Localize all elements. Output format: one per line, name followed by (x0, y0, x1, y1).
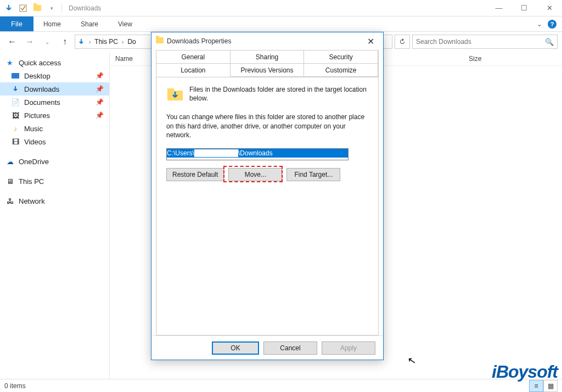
sidebar-item-label: Desktop (24, 72, 50, 80)
sidebar-item-downloads[interactable]: Downloads 📌 (0, 82, 109, 96)
app-arrow-icon (2, 2, 15, 15)
sidebar-item-documents[interactable]: 📄 Documents 📌 (0, 96, 109, 109)
dialog-body: Files in the Downloads folder are stored… (156, 77, 379, 335)
svg-rect-0 (20, 5, 26, 12)
tab-customize[interactable]: Customize (304, 63, 378, 77)
sidebar-label: Quick access (19, 59, 61, 67)
close-button[interactable]: ✕ (537, 0, 562, 16)
minimize-button[interactable]: — (486, 0, 512, 16)
sidebar-item-label: Music (24, 125, 43, 133)
sidebar-quick-access[interactable]: ★ Quick access (0, 56, 109, 69)
svg-rect-2 (167, 88, 174, 92)
window-title: Downloads (69, 4, 101, 12)
file-tab[interactable]: File (0, 16, 33, 31)
help-icon[interactable]: ? (548, 20, 557, 29)
pin-icon: 📌 (95, 72, 104, 80)
qa-properties-icon[interactable] (16, 2, 30, 15)
back-button[interactable]: ← (4, 34, 20, 49)
tab-view[interactable]: View (108, 16, 142, 31)
dialog-close-button[interactable]: ✕ (362, 36, 379, 47)
crumb-thispc[interactable]: This PC (94, 38, 118, 46)
search-icon: 🔍 (545, 38, 554, 46)
sidebar-label: This PC (19, 177, 44, 186)
find-target-button[interactable]: Find Target... (286, 168, 340, 181)
crumb-sep-icon: › (120, 39, 125, 45)
crumb-downloads[interactable]: Do (127, 38, 136, 46)
music-icon: ♪ (11, 124, 20, 133)
star-icon: ★ (5, 58, 14, 67)
pc-icon: 🖥 (5, 177, 14, 186)
pin-icon: 📌 (95, 85, 104, 93)
maximize-button[interactable]: ☐ (512, 0, 537, 16)
sidebar-label: OneDrive (19, 158, 49, 166)
dialog-title-text: Downloads Properties (167, 37, 231, 45)
sidebar-item-desktop[interactable]: Desktop 📌 (0, 69, 109, 82)
pin-icon: 📌 (95, 98, 104, 106)
search-box[interactable]: 🔍 (412, 35, 558, 49)
desktop-icon (11, 71, 20, 80)
watermark: iBoysoft (492, 362, 558, 382)
sidebar-thispc[interactable]: 🖥 This PC (0, 175, 109, 188)
search-input[interactable] (416, 38, 526, 46)
pictures-icon: 🖼 (11, 111, 20, 120)
qa-folder-icon[interactable] (31, 2, 44, 15)
properties-dialog: Downloads Properties ✕ General Sharing S… (151, 32, 384, 360)
sidebar-onedrive[interactable]: ☁ OneDrive (0, 155, 109, 168)
forward-button[interactable]: → (22, 34, 37, 49)
column-size[interactable]: Size (463, 55, 562, 63)
dialog-folder-icon (156, 37, 164, 45)
sidebar: ★ Quick access Desktop 📌 Downloads 📌 📄 D… (0, 52, 110, 379)
ribbon: File Home Share View ⌄ ? (0, 16, 562, 32)
path-redacted (194, 149, 238, 157)
tab-general[interactable]: General (156, 50, 231, 64)
tab-share[interactable]: Share (71, 16, 108, 31)
status-items: 0 items (4, 382, 26, 390)
path-part-1: C:\Users\ (167, 149, 194, 157)
tab-location[interactable]: Location (156, 63, 231, 77)
videos-icon: 🎞 (11, 137, 20, 146)
status-bar: 0 items ≡ ▦ (0, 379, 562, 392)
tab-previous-versions[interactable]: Previous Versions (230, 63, 305, 77)
sidebar-item-videos[interactable]: 🎞 Videos (0, 135, 109, 148)
apply-button[interactable]: Apply (322, 341, 375, 355)
restore-default-button[interactable]: Restore Default (166, 168, 224, 181)
ok-button[interactable]: OK (212, 341, 259, 355)
pin-icon: 📌 (95, 111, 104, 119)
qa-dropdown-icon[interactable]: ▾ (45, 2, 58, 15)
sidebar-item-label: Documents (24, 98, 60, 107)
info-text-1: Files in the Downloads folder are stored… (189, 85, 368, 103)
sidebar-label: Network (19, 197, 45, 205)
dialog-titlebar[interactable]: Downloads Properties ✕ (151, 32, 383, 50)
document-icon: 📄 (11, 98, 20, 107)
sidebar-network[interactable]: 🖧 Network (0, 194, 109, 208)
sidebar-item-label: Pictures (24, 111, 50, 120)
sidebar-item-label: Videos (24, 138, 46, 146)
network-icon: 🖧 (5, 197, 14, 205)
ribbon-expand-icon[interactable]: ⌄ (537, 20, 542, 28)
tab-security[interactable]: Security (304, 50, 378, 64)
sidebar-item-pictures[interactable]: 🖼 Pictures 📌 (0, 109, 109, 122)
crumb-sep-icon: › (87, 39, 92, 45)
path-arrow-icon (77, 38, 85, 46)
tab-home[interactable]: Home (33, 16, 71, 31)
dialog-tabs: General Sharing Security Location Previo… (156, 50, 379, 77)
location-path-input[interactable]: C:\Users\ \Downloads (166, 148, 349, 160)
downloads-folder-icon (166, 85, 184, 103)
title-bar: ▾ Downloads — ☐ ✕ (0, 0, 562, 16)
cloud-icon: ☁ (5, 157, 14, 166)
up-button[interactable]: ↑ (57, 34, 72, 49)
download-icon (11, 85, 20, 93)
move-button[interactable]: Move... (228, 168, 282, 181)
cancel-button[interactable]: Cancel (263, 341, 317, 355)
path-part-2: \Downloads (238, 149, 273, 157)
sidebar-item-label: Downloads (24, 85, 59, 93)
info-text-2: You can change where files in this folde… (166, 113, 368, 139)
tab-sharing[interactable]: Sharing (230, 50, 305, 64)
dialog-footer: OK Cancel Apply (151, 335, 383, 360)
history-dropdown-icon[interactable]: ⌄ (40, 34, 55, 49)
sidebar-item-music[interactable]: ♪ Music (0, 122, 109, 135)
refresh-button[interactable] (395, 35, 410, 49)
